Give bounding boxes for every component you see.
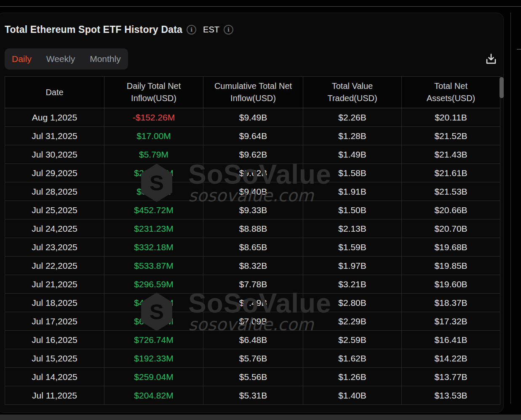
cell-daily_net_inflow: $402.50M <box>104 294 203 312</box>
cell-cumulative_net_inflow: $5.31B <box>203 386 303 405</box>
cell-daily_net_inflow: $204.82M <box>104 386 203 405</box>
cell-date: Jul 31,2025 <box>5 127 104 145</box>
table-row: Aug 1,2025-$152.26M$9.49B$2.26B$20.11B <box>5 108 500 127</box>
cell-total_net_assets: $19.60B <box>402 275 500 294</box>
table-row: Jul 18,2025$402.50M$7.49B$2.80B$18.37B <box>5 294 500 312</box>
table-row: Jul 21,2025$296.59M$7.78B$3.21B$19.60B <box>5 275 500 294</box>
cell-total_net_assets: $13.53B <box>402 386 500 405</box>
tab-monthly[interactable]: Monthly <box>90 54 121 64</box>
cell-total_net_assets: $21.53B <box>402 182 500 201</box>
timezone-info-icon[interactable]: i <box>224 25 233 35</box>
cell-total_net_assets: $20.11B <box>402 108 500 127</box>
cell-daily_net_inflow: $259.04M <box>104 368 203 386</box>
cell-cumulative_net_inflow: $9.40B <box>203 182 303 201</box>
table-scrollbar-thumb[interactable] <box>500 77 504 98</box>
cell-total_value_traded: $2.80B <box>303 294 402 312</box>
table-row: Jul 30,2025$5.79M$9.62B$1.49B$21.43B <box>5 145 500 164</box>
cell-date: Jul 30,2025 <box>5 145 104 164</box>
cell-total_net_assets: $13.77B <box>402 368 500 386</box>
cell-total_net_assets: $19.85B <box>402 257 500 275</box>
cell-daily_net_inflow: $452.72M <box>104 201 203 219</box>
cell-date: Jul 16,2025 <box>5 331 104 349</box>
cell-daily_net_inflow: $192.33M <box>104 349 203 368</box>
cell-cumulative_net_inflow: $9.62B <box>203 164 303 182</box>
cell-daily_net_inflow: $5.79M <box>104 145 203 164</box>
horizontal-scrollbar[interactable] <box>0 415 521 420</box>
page-title: Total Ethereum Spot ETF History Data <box>5 24 182 35</box>
table-row: Jul 16,2025$726.74M$6.48B$2.59B$16.41B <box>5 331 500 349</box>
panel-header: Total Ethereum Spot ETF History Data i E… <box>5 24 233 35</box>
table-row: Jul 22,2025$533.87M$8.32B$1.97B$19.85B <box>5 257 500 275</box>
table-row: Jul 28,2025$65.14M$9.40B$1.91B$21.53B <box>5 182 500 201</box>
tab-daily[interactable]: Daily <box>12 54 32 64</box>
table-row: Jul 15,2025$192.33M$5.76B$1.62B$14.22B <box>5 349 500 368</box>
right-divider <box>510 13 511 404</box>
cell-date: Jul 28,2025 <box>5 182 104 201</box>
cell-daily_net_inflow: $17.00M <box>104 127 203 145</box>
cell-cumulative_net_inflow: $8.32B <box>203 257 303 275</box>
cell-cumulative_net_inflow: $5.56B <box>203 368 303 386</box>
cell-total_value_traded: $1.49B <box>303 145 402 164</box>
table-row: Jul 14,2025$259.04M$5.56B$1.26B$13.77B <box>5 368 500 386</box>
cell-cumulative_net_inflow: $7.09B <box>203 312 303 331</box>
history-table-wrap: DateDaily Total Net Inflow(USD)Cumulativ… <box>5 76 500 405</box>
cell-cumulative_net_inflow: $8.88B <box>203 219 303 238</box>
cell-date: Jul 25,2025 <box>5 201 104 219</box>
column-header-4: Total Net Assets(USD) <box>402 77 500 108</box>
cell-cumulative_net_inflow: $9.33B <box>203 201 303 219</box>
cell-daily_net_inflow: $65.14M <box>104 182 203 201</box>
cell-daily_net_inflow: $296.59M <box>104 275 203 294</box>
cell-total_value_traded: $1.28B <box>303 127 402 145</box>
cell-date: Jul 14,2025 <box>5 368 104 386</box>
table-row: Jul 11,2025$204.82M$5.31B$1.40B$13.53B <box>5 386 500 405</box>
title-info-icon[interactable]: i <box>187 25 196 35</box>
cell-total_value_traded: $2.59B <box>303 331 402 349</box>
etf-history-panel: Total Ethereum Spot ETF History Data i E… <box>0 13 504 413</box>
cell-total_value_traded: $1.40B <box>303 386 402 405</box>
column-header-2: Cumulative Total Net Inflow(USD) <box>203 77 303 108</box>
cell-cumulative_net_inflow: $8.65B <box>203 238 303 257</box>
column-header-1: Daily Total Net Inflow(USD) <box>104 77 203 108</box>
cell-date: Jul 23,2025 <box>5 238 104 257</box>
cell-total_value_traded: $2.13B <box>303 219 402 238</box>
cell-date: Jul 29,2025 <box>5 164 104 182</box>
cell-total_net_assets: $21.52B <box>402 127 500 145</box>
etf-history-screen: Total Ethereum Spot ETF History Data i E… <box>0 0 521 420</box>
cell-total_value_traded: $1.59B <box>303 238 402 257</box>
cell-daily_net_inflow: $332.18M <box>104 238 203 257</box>
cell-cumulative_net_inflow: $6.48B <box>203 331 303 349</box>
cell-cumulative_net_inflow: $7.49B <box>203 294 303 312</box>
cell-total_net_assets: $18.37B <box>402 294 500 312</box>
cell-cumulative_net_inflow: $7.78B <box>203 275 303 294</box>
cell-date: Aug 1,2025 <box>5 108 104 127</box>
timezone-label: EST <box>203 25 219 35</box>
table-row: Jul 24,2025$231.23M$8.88B$2.13B$20.70B <box>5 219 500 238</box>
cell-daily_net_inflow: $533.87M <box>104 257 203 275</box>
history-table: DateDaily Total Net Inflow(USD)Cumulativ… <box>5 76 500 405</box>
cell-date: Jul 22,2025 <box>5 257 104 275</box>
cell-daily_net_inflow: $726.74M <box>104 331 203 349</box>
table-header: DateDaily Total Net Inflow(USD)Cumulativ… <box>5 77 500 108</box>
tab-weekly[interactable]: Weekly <box>46 54 75 64</box>
cell-date: Jul 11,2025 <box>5 386 104 405</box>
cell-total_value_traded: $1.62B <box>303 349 402 368</box>
download-icon <box>484 52 498 66</box>
page-scrollbar-thumb-edge <box>517 49 521 50</box>
table-row: Jul 25,2025$452.72M$9.33B$1.50B$20.66B <box>5 201 500 219</box>
cell-daily_net_inflow: -$152.26M <box>104 108 203 127</box>
cell-cumulative_net_inflow: $9.62B <box>203 145 303 164</box>
cell-date: Jul 17,2025 <box>5 312 104 331</box>
toolbar: Daily Weekly Monthly <box>5 48 498 70</box>
download-button[interactable] <box>484 51 498 67</box>
cell-total_value_traded: $1.26B <box>303 368 402 386</box>
cell-total_net_assets: $21.61B <box>402 164 500 182</box>
cell-daily_net_inflow: $231.23M <box>104 219 203 238</box>
cell-total_net_assets: $17.32B <box>402 312 500 331</box>
interval-tabs: Daily Weekly Monthly <box>5 48 128 70</box>
cell-total_net_assets: $20.66B <box>402 201 500 219</box>
cell-daily_net_inflow: $602.02M <box>104 312 203 331</box>
cell-total_value_traded: $2.29B <box>303 312 402 331</box>
cell-total_value_traded: $1.58B <box>303 164 402 182</box>
column-header-3: Total Value Traded(USD) <box>303 77 402 108</box>
cell-total_value_traded: $3.21B <box>303 275 402 294</box>
